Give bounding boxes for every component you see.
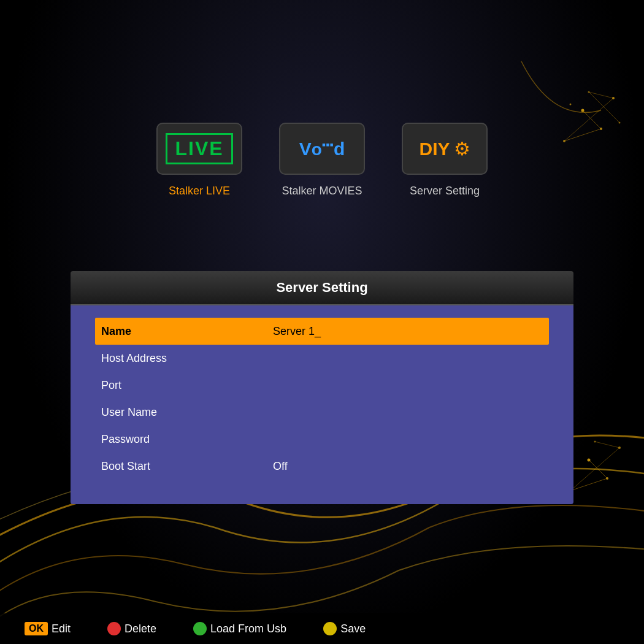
diy-icon-box: DIY ⚙ [402, 123, 488, 175]
server-panel-body: Name Server 1_ Host Address Port User Na… [71, 305, 573, 504]
delete-button[interactable]: Delete [107, 622, 156, 635]
live-label: Stalker LIVE [169, 185, 230, 197]
diy-text: DIY [419, 139, 450, 159]
setting-value-bootstart: Off [273, 460, 288, 473]
red-circle-icon [107, 622, 121, 635]
gear-icon: ⚙ [454, 138, 470, 159]
setting-row-name[interactable]: Name Server 1_ [95, 318, 549, 345]
setting-label-username: User Name [101, 406, 273, 419]
save-label: Save [340, 623, 366, 635]
live-icon: LIVE [166, 133, 232, 164]
yellow-circle-icon [323, 622, 337, 635]
setting-row-password[interactable]: Password [101, 426, 543, 453]
vod-icon: Vo▪▪▪d [299, 139, 345, 159]
live-icon-box: LIVE [156, 123, 242, 175]
vod-label: Stalker MOVIES [282, 185, 362, 197]
setting-label-name: Name [101, 325, 273, 338]
green-circle-icon [193, 622, 207, 635]
setting-row-bootstart[interactable]: Boot Start Off [101, 453, 543, 480]
setting-label-port: Port [101, 379, 273, 392]
diy-icon: DIY ⚙ [419, 138, 470, 159]
setting-label-host: Host Address [101, 352, 273, 365]
ok-edit-button[interactable]: OK Edit [25, 622, 71, 635]
setting-row-port[interactable]: Port [101, 372, 543, 399]
load-usb-label: Load From Usb [210, 623, 286, 635]
ok-badge: OK [25, 622, 48, 635]
setting-label-password: Password [101, 433, 273, 446]
save-button[interactable]: Save [323, 622, 366, 635]
setting-row-username[interactable]: User Name [101, 399, 543, 426]
vod-icon-item[interactable]: Vo▪▪▪d Stalker MOVIES [279, 123, 365, 197]
server-panel-title: Server Setting [89, 280, 555, 296]
icons-section: LIVE Stalker LIVE Vo▪▪▪d Stalker MOVIES … [156, 123, 488, 197]
diy-icon-item[interactable]: DIY ⚙ Server Setting [402, 123, 488, 197]
live-icon-item[interactable]: LIVE Stalker LIVE [156, 123, 242, 197]
server-title-bar: Server Setting [71, 271, 573, 305]
bottom-bar: OK Edit Delete Load From Usb Save [0, 613, 644, 644]
setting-row-host[interactable]: Host Address [101, 345, 543, 372]
ok-edit-label: Edit [52, 623, 71, 635]
vod-icon-box: Vo▪▪▪d [279, 123, 365, 175]
server-panel: Server Setting Name Server 1_ Host Addre… [71, 271, 573, 504]
setting-value-name: Server 1_ [273, 325, 321, 338]
setting-label-bootstart: Boot Start [101, 460, 273, 473]
diy-label: Server Setting [410, 185, 480, 197]
delete-label: Delete [125, 623, 156, 635]
load-usb-button[interactable]: Load From Usb [193, 622, 286, 635]
